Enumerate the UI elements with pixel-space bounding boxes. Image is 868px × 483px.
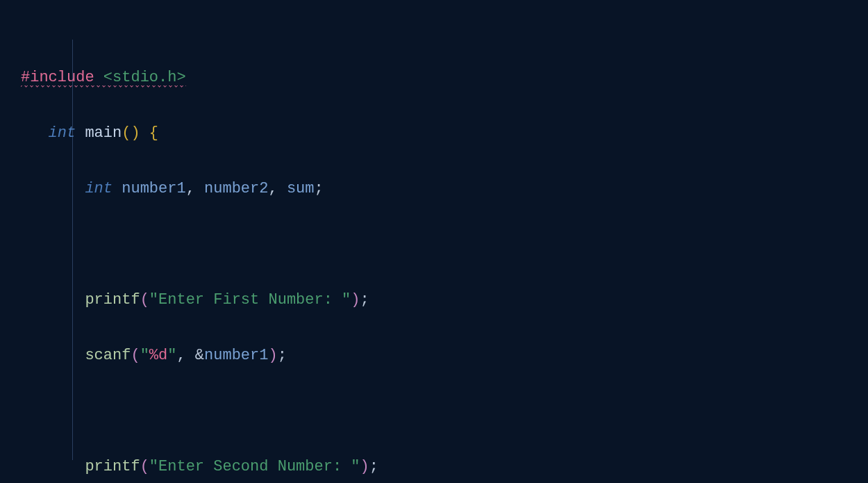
identifier: number1 xyxy=(122,180,185,197)
string-literal: "Enter First Number: " xyxy=(149,291,351,309)
identifier: sum xyxy=(287,180,315,197)
function-call: scanf xyxy=(85,347,131,364)
identifier: number2 xyxy=(204,180,268,197)
comma: , xyxy=(186,180,195,197)
code-line-1[interactable]: #include <stdio.h> xyxy=(21,64,868,92)
type-keyword: int xyxy=(85,180,112,197)
semicolon: ; xyxy=(315,180,324,197)
code-line-7[interactable] xyxy=(21,398,868,425)
code-line-4[interactable] xyxy=(21,231,868,259)
function-call: printf xyxy=(85,291,140,309)
format-specifier: %d xyxy=(149,347,167,364)
parentheses: () xyxy=(122,124,140,142)
open-brace: { xyxy=(149,124,158,142)
code-line-3[interactable]: int number1, number2, sum; xyxy=(21,175,868,203)
identifier: number1 xyxy=(204,347,268,364)
code-line-8[interactable]: printf("Enter Second Number: "); xyxy=(21,453,868,481)
preprocessor-directive: #include <stdio.h> xyxy=(21,69,186,88)
string-quote: " xyxy=(167,347,176,364)
code-line-6[interactable]: scanf("%d", &number1); xyxy=(21,342,868,370)
semicolon: ; xyxy=(360,291,369,309)
code-line-5[interactable]: printf("Enter First Number: "); xyxy=(21,286,868,314)
function-call: printf xyxy=(85,458,140,475)
code-line-2[interactable]: int main() { xyxy=(21,120,868,147)
open-paren: ( xyxy=(140,291,149,309)
function-name: main xyxy=(85,124,122,142)
open-paren: ( xyxy=(131,347,140,364)
close-paren: ) xyxy=(268,347,277,364)
string-quote: " xyxy=(140,347,149,364)
type-keyword: int xyxy=(49,124,76,142)
semicolon: ; xyxy=(278,347,287,364)
operator: & xyxy=(195,347,204,364)
code-editor[interactable]: #include <stdio.h> int main() { int numb… xyxy=(21,8,868,483)
close-paren: ) xyxy=(351,291,360,309)
semicolon: ; xyxy=(369,458,378,475)
string-literal: "Enter Second Number: " xyxy=(149,458,360,475)
open-paren: ( xyxy=(140,458,149,475)
close-paren: ) xyxy=(360,458,369,475)
comma: , xyxy=(268,180,277,197)
comma: , xyxy=(176,347,185,364)
